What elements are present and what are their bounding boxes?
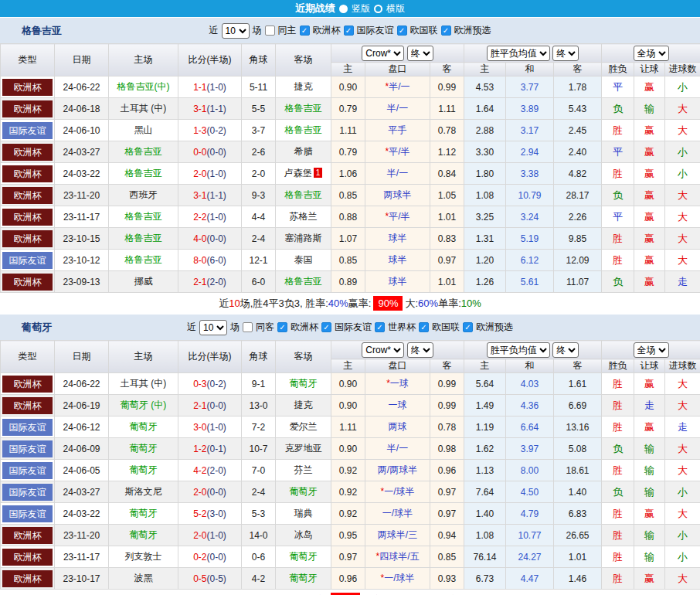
same-venue-checkbox[interactable] — [243, 322, 253, 332]
avg-final-select[interactable]: 终 — [552, 46, 579, 61]
result-text: 赢 — [644, 81, 654, 93]
same-venue-label[interactable]: 同客 — [256, 321, 274, 334]
league-checkbox[interactable]: ✓ — [321, 322, 331, 332]
result-text: 赢 — [644, 146, 654, 158]
summary-segment: 近 — [219, 297, 229, 311]
home-team-cell: 葡萄牙 — [109, 438, 178, 460]
score-cell: 0-2(0-0) — [178, 546, 242, 568]
fulltime-score: 0-2 — [193, 552, 206, 563]
handicap-cell: 球半 — [365, 271, 430, 293]
result-text: 胜 — [613, 529, 623, 541]
result-text: 大 — [678, 573, 688, 584]
league-label[interactable]: 欧洲杯 — [291, 321, 318, 334]
home-team-name: 葡萄牙 — [130, 443, 158, 454]
league-label[interactable]: 世界杯 — [388, 321, 416, 334]
result-text: 胜 — [613, 168, 623, 179]
vertical-layout-radio[interactable] — [339, 5, 348, 13]
league-checkbox[interactable]: ✓ — [419, 322, 429, 332]
result-text: 大 — [678, 103, 688, 114]
horizontal-layout-label[interactable]: 横版 — [386, 2, 405, 15]
recent-count-select[interactable]: 10 — [199, 320, 227, 335]
score-cell: 4-2(2-0) — [178, 460, 242, 481]
horizontal-layout-radio[interactable] — [374, 5, 382, 13]
vertical-layout-label[interactable]: 竖版 — [352, 2, 370, 15]
halftime-score: (1-0) — [207, 422, 226, 433]
fulltime-score: 2-2 — [193, 212, 206, 223]
odds-company-select[interactable]: Crow* — [362, 342, 404, 358]
handicap-cell: 半/一 — [365, 98, 430, 120]
halftime-score: (0-0) — [207, 552, 226, 563]
corner-cell: 7-2 — [242, 416, 276, 438]
home-odds-cell: 1.11 — [331, 416, 365, 438]
avg-away-cell: 6.83 — [554, 503, 602, 525]
home-team-cell: 土耳其 (中) — [109, 373, 178, 395]
avg-draw-cell: 4.03 — [506, 373, 554, 395]
league-checkbox[interactable]: ✓ — [344, 26, 354, 36]
halftime-score: (0-2) — [207, 125, 226, 136]
halftime-score: (0-0) — [207, 400, 226, 411]
column-header: 和 — [506, 63, 554, 76]
league-label[interactable]: 国际友谊 — [357, 24, 394, 37]
handicap-result-cell: 走 — [634, 395, 665, 416]
result-cell: 胜 — [602, 373, 634, 395]
match-row: 国际友谊24-06-10黑山1-3(0-2)3-7格鲁吉亚1.11平手0.782… — [1, 120, 700, 141]
league-filters: ✓欧洲杯✓国际友谊✓世界杯✓欧国联✓欧洲预选 — [277, 321, 513, 334]
avg-home-cell: 1.40 — [464, 503, 506, 525]
odds-final-select[interactable]: 终 — [407, 342, 433, 358]
avg-final-select[interactable]: 终 — [552, 342, 579, 358]
league-label[interactable]: 欧国联 — [432, 321, 460, 334]
goals-cell: 大 — [665, 120, 700, 141]
handicap-result-cell: 输 — [634, 481, 665, 503]
avg-home-cell: 1.49 — [464, 395, 506, 416]
odds-company-select[interactable]: Crow* — [362, 46, 404, 61]
league-checkbox[interactable]: ✓ — [397, 26, 407, 36]
league-checkbox[interactable]: ✓ — [463, 322, 473, 332]
recent-count-select[interactable]: 10 — [222, 23, 250, 39]
score-cell: 0-3(0-2) — [178, 373, 242, 395]
league-label[interactable]: 国际友谊 — [335, 321, 372, 334]
league-checkbox[interactable]: ✓ — [441, 26, 451, 36]
away-team-name: 捷克 — [294, 81, 313, 92]
home-team-name: 西班牙 — [130, 189, 158, 200]
away-team-cell: 葡萄牙 — [276, 373, 331, 395]
odds-final-select[interactable]: 终 — [407, 46, 433, 61]
league-checkbox[interactable]: ✓ — [375, 322, 385, 332]
scope-select[interactable]: 全场 — [634, 342, 669, 358]
match-row: 欧洲杯24-06-22格鲁吉亚(中)1-1(1-0)5-11捷克0.90*半/一… — [1, 76, 700, 98]
avg-odds-select[interactable]: 胜平负均值 — [487, 46, 550, 61]
league-checkbox[interactable]: ✓ — [300, 26, 310, 36]
handicap-cell: *平/半 — [365, 141, 430, 163]
halftime-score: (1-0) — [207, 168, 226, 179]
result-cell: 负 — [602, 98, 634, 120]
league-checkbox[interactable]: ✓ — [277, 322, 287, 332]
same-venue-label[interactable]: 同主 — [278, 24, 297, 37]
goals-cell: 小 — [665, 481, 700, 503]
scope-select[interactable]: 全场 — [634, 46, 669, 61]
result-cell: 胜 — [602, 416, 634, 438]
date-cell: 23-10-17 — [55, 568, 109, 590]
league-label[interactable]: 欧国联 — [410, 24, 438, 37]
halftime-score: (0-0) — [207, 487, 226, 498]
league-label[interactable]: 欧洲预选 — [454, 24, 491, 37]
result-text: 赢 — [644, 254, 654, 266]
league-label[interactable]: 欧洲杯 — [313, 24, 341, 37]
league-label[interactable]: 欧洲预选 — [476, 321, 513, 334]
avg-odds-select[interactable]: 胜平负均值 — [487, 342, 550, 358]
date-cell: 23-10-15 — [55, 228, 109, 250]
home-team-name: 波黑 — [134, 573, 153, 583]
match-row: 欧洲杯23-09-13挪威2-1(2-0)6-0格鲁吉亚0.89球半1.011.… — [1, 271, 700, 293]
result-cell: 负 — [602, 481, 634, 503]
avg-away-cell: 18.61 — [554, 460, 602, 481]
same-venue-checkbox[interactable] — [265, 26, 275, 36]
fulltime-score: 5-2 — [193, 508, 206, 519]
result-text: 走 — [644, 400, 654, 411]
away-team-name: 苏格兰 — [290, 211, 318, 222]
column-header: 客 — [430, 359, 464, 373]
goals-cell: 大 — [665, 438, 700, 460]
page-title: 近期战绩 — [295, 2, 335, 15]
goals-cell: 小 — [665, 76, 700, 98]
handicap-result-cell: 赢 — [634, 271, 665, 293]
type-cell: 欧洲杯 — [1, 206, 55, 228]
match-row: 国际友谊23-10-12格鲁吉亚8-0(6-0)12-1泰国0.85球半0.97… — [1, 250, 700, 271]
avg-draw-cell: 2.94 — [506, 141, 554, 163]
